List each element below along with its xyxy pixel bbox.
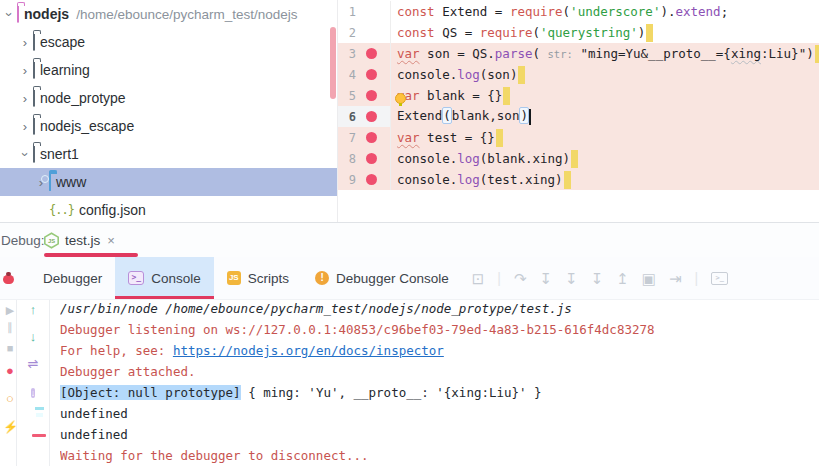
smart-step-into-icon[interactable]: ↧ [591, 271, 604, 286]
warning-stripe-mark [518, 66, 525, 84]
token: ) [519, 107, 529, 124]
tree-item-learning[interactable]: ›learning [0, 56, 337, 84]
code-line-3[interactable]: 3var son = QS.parse( str: "ming=Yu&__pro… [338, 43, 819, 64]
up-the-stack-icon[interactable]: ↑ [26, 303, 40, 317]
tree-item-config.json[interactable]: {..}config.json [0, 196, 337, 222]
code-editor[interactable]: 1const Extend = require('underscore').ex… [337, 0, 819, 222]
folder-shape [33, 89, 35, 107]
line-number: 8 [338, 152, 356, 166]
code-line-7[interactable]: 7var test = {} [338, 127, 819, 148]
code-line-8[interactable]: 8console.log(blank.xing) [338, 148, 819, 169]
tree-item-nodejs_escape[interactable]: ›nodejs_escape [0, 112, 337, 140]
code-line-5[interactable]: 5var blank = {} [338, 85, 819, 106]
tree-item-node_protype[interactable]: ›node_protype [0, 84, 337, 112]
token: ( [532, 24, 540, 39]
chevron-right-icon[interactable]: › [18, 35, 32, 50]
tab-debugger[interactable]: Debugger [30, 257, 115, 299]
debug-toolwindow: Debug: JS test.js × Debugger>_ConsoleJSS… [0, 222, 819, 466]
mute-breakpoints-icon[interactable]: ○ [3, 392, 17, 406]
tree-item-www[interactable]: ›www [0, 168, 337, 196]
console-text: Debugger attached. [60, 364, 195, 379]
code-line-4[interactable]: 4console.log(son) [338, 64, 819, 85]
tab-label: Scripts [248, 271, 289, 286]
inspector-link[interactable]: https://nodejs.org/en/docs/inspector [173, 343, 444, 358]
code-line-1[interactable]: 1const Extend = require('underscore').ex… [338, 1, 819, 22]
tree-item-label: nodejs_escape [40, 118, 134, 134]
rerun-to-position-icon[interactable]: ⇥ [669, 271, 682, 286]
breakpoint-icon[interactable] [366, 153, 377, 164]
code-text[interactable]: var son = QS.parse( str: "ming=Yu&__prot… [391, 45, 819, 63]
code-text[interactable]: var test = {} [391, 129, 819, 147]
resume-icon[interactable]: ▶ [3, 303, 17, 317]
chevron-right-icon[interactable]: › [18, 91, 32, 106]
line-number: 3 [338, 47, 356, 61]
step-over-icon[interactable]: ↷ [514, 271, 527, 286]
chevron-down-icon[interactable]: › [18, 147, 33, 161]
view-breakpoints-icon[interactable]: ● [3, 364, 17, 378]
code-line-9[interactable]: 9console.log(test.xing) [338, 169, 819, 190]
tree-item-escape[interactable]: ›escape [0, 28, 337, 56]
run-to-cursor-icon[interactable]: ▣ [642, 271, 656, 286]
chevron-down-icon[interactable]: › [2, 7, 17, 21]
console-line: Waiting for the debugger to disconnect..… [60, 448, 819, 466]
gutter: 6 [338, 106, 391, 127]
soft-wrap-icon[interactable]: ⇌ [26, 357, 40, 371]
intention-bulb-icon[interactable] [395, 93, 406, 104]
step-into-icon[interactable]: ↧ [539, 271, 552, 286]
warning-stripe-mark [571, 150, 578, 168]
breakpoint-icon[interactable] [366, 90, 377, 101]
tab-scripts[interactable]: JSScripts [214, 257, 302, 299]
token: console. [397, 171, 457, 186]
console-line: Debugger listening on ws://127.0.0.1:408… [60, 322, 819, 343]
code-text[interactable]: console.log(blank.xing) [391, 150, 819, 168]
folder-shape [33, 61, 35, 79]
chevron-right-icon[interactable]: › [18, 63, 32, 78]
folder-icon [33, 118, 35, 134]
breakpoint-icon[interactable] [366, 69, 377, 80]
project-scrollbar[interactable] [330, 27, 336, 99]
folder-web-shape [49, 173, 51, 191]
down-the-stack-icon[interactable]: ↓ [26, 330, 40, 344]
token: const [397, 4, 442, 19]
code-text[interactable]: Extend(blank,son) [391, 108, 819, 125]
token: console. [397, 66, 457, 81]
close-tab-icon[interactable]: × [107, 233, 115, 248]
code-text[interactable]: const Extend = require('underscore').ext… [391, 4, 819, 19]
open-debug-console-icon[interactable]: >_ [711, 272, 728, 285]
step-out-icon[interactable]: ↥ [616, 271, 629, 286]
text-cursor [529, 109, 531, 125]
code-line-2[interactable]: 2const QS = require('querystring') [338, 22, 819, 43]
breakpoint-icon[interactable] [366, 111, 377, 122]
pause-icon[interactable]: ∥ [3, 320, 17, 334]
tab-console[interactable]: >_Console [115, 257, 214, 299]
force-step-into-icon[interactable]: ↧ [565, 271, 578, 286]
code-text[interactable]: const QS = require('querystring') [391, 24, 819, 42]
code-line-6[interactable]: 6Extend(blank,son) [338, 106, 819, 127]
token: blank,son [452, 108, 520, 123]
code-text[interactable]: console.log(test.xing) [391, 171, 819, 189]
tree-item-snert1[interactable]: ›snert1 [0, 140, 337, 168]
print-icon[interactable] [26, 410, 40, 424]
evaluate-expression-icon[interactable]: ⚡ [3, 420, 17, 434]
show-execution-point-icon[interactable]: ⊡ [472, 271, 485, 286]
folder-icon [33, 146, 35, 162]
stop-icon[interactable]: ■ [3, 341, 17, 355]
chevron-right-icon[interactable]: › [18, 119, 32, 134]
tab-debugger-console[interactable]: !Debugger Console [302, 257, 462, 299]
token: var [397, 129, 420, 144]
breakpoint-icon[interactable] [366, 132, 377, 143]
code-text[interactable]: console.log(son) [391, 66, 819, 84]
debug-session-tab[interactable]: JS test.js × [43, 223, 115, 257]
tree-item-nodejs[interactable]: ›nodejs/home/ebounce/pycharm_test/nodejs [0, 0, 337, 28]
token: "ming=Yu&__proto__={ [580, 45, 731, 60]
code-text[interactable]: var blank = {} [391, 87, 819, 105]
folder-shape [33, 145, 35, 163]
token: ( [442, 107, 452, 124]
breakpoint-icon[interactable] [366, 174, 377, 185]
tab-label: Console [151, 271, 201, 286]
scroll-to-end-icon[interactable]: ↓ [26, 385, 40, 399]
tree-item-label: node_protype [40, 90, 126, 106]
clear-all-icon[interactable] [26, 436, 40, 450]
console-line: [Object: null prototype] { ming: 'Yu', _… [60, 385, 819, 406]
breakpoint-icon[interactable] [366, 48, 377, 59]
